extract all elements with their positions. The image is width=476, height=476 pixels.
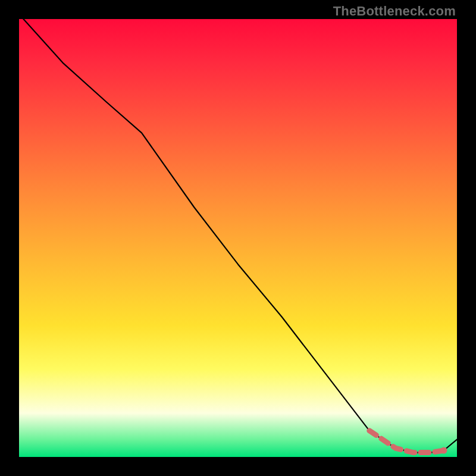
chart-frame: TheBottleneck.com (0, 0, 476, 476)
end-dot-icon (440, 447, 447, 454)
curve-line (23, 19, 457, 453)
plot-area (19, 19, 457, 457)
watermark-text: TheBottleneck.com (333, 4, 456, 19)
chart-svg (19, 19, 457, 457)
highlight-dash (369, 431, 444, 453)
